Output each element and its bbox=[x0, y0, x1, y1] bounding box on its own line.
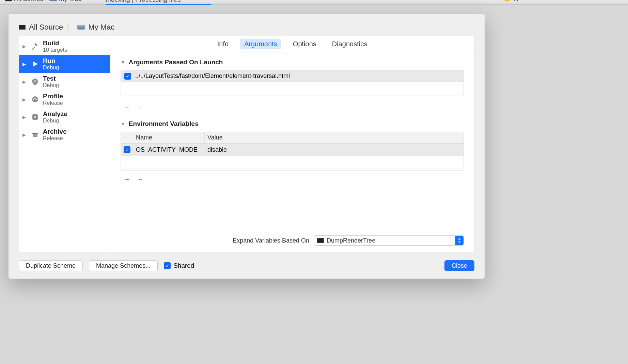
disclosure-triangle-icon[interactable]: ▶ bbox=[22, 44, 27, 49]
scheme-run-panel: Info Arguments Options Diagnostics ▼ Arg… bbox=[110, 36, 474, 252]
toolbar-issues[interactable]: 46 bbox=[504, 0, 519, 2]
svg-rect-6 bbox=[34, 135, 36, 135]
argument-row-empty[interactable] bbox=[121, 82, 464, 96]
svg-point-2 bbox=[32, 96, 38, 102]
disclosure-triangle-icon[interactable]: ▶ bbox=[22, 79, 27, 84]
chevron-up-down-icon bbox=[455, 236, 464, 245]
disclosure-triangle-icon[interactable]: ▶ bbox=[22, 132, 27, 137]
arguments-section-title: Arguments Passed On Launch bbox=[129, 59, 223, 66]
terminal-icon bbox=[5, 0, 12, 1]
disclosure-triangle-icon[interactable]: ▼ bbox=[121, 121, 125, 127]
disclosure-triangle-icon[interactable]: ▶ bbox=[22, 62, 27, 67]
sidebar-item-build[interactable]: ▶ Build 10 targets bbox=[19, 37, 110, 55]
sidebar-run-title: Run bbox=[43, 57, 59, 65]
sidebar-run-sub: Debug bbox=[43, 65, 59, 71]
toolbar-dest-label: My Mac bbox=[59, 0, 82, 3]
tab-diagnostics[interactable]: Diagnostics bbox=[328, 39, 371, 49]
environment-row-empty[interactable] bbox=[121, 156, 464, 168]
sidebar-item-test[interactable]: ▶ Test Debug bbox=[19, 73, 110, 90]
environment-section-title: Environment Variables bbox=[129, 120, 199, 128]
section-arguments: ▼ Arguments Passed On Launch ✓ ../../Lay… bbox=[110, 52, 474, 114]
scheme-phase-sidebar: ▶ Build 10 targets ▶ Run Debug ▶ bbox=[19, 36, 110, 252]
manage-schemes-button[interactable]: Manage Schemes... bbox=[89, 260, 158, 271]
disclosure-triangle-icon[interactable]: ▶ bbox=[22, 97, 27, 102]
environment-table[interactable]: Name Value ✓ OS_ACTIVITY_MODE disable bbox=[121, 132, 464, 168]
sidebar-test-title: Test bbox=[43, 75, 59, 82]
mac-icon bbox=[49, 0, 57, 1]
sidebar-archive-title: Archive bbox=[43, 128, 67, 135]
arguments-list[interactable]: ✓ ../../LayoutTests/fast/dom/Element/ele… bbox=[121, 70, 464, 96]
sidebar-profile-sub: Release bbox=[43, 100, 63, 106]
environment-header: Name Value bbox=[121, 132, 464, 144]
sidebar-build-title: Build bbox=[43, 39, 67, 47]
env-value-header[interactable]: Value bbox=[205, 132, 464, 143]
breadcrumb-dest[interactable]: My Mac bbox=[88, 23, 114, 32]
toolbar-scheme-selector[interactable]: All Source / My Mac bbox=[5, 0, 81, 3]
chevron-right-icon: 〉 bbox=[66, 22, 74, 32]
svg-rect-4 bbox=[32, 133, 38, 134]
argument-value[interactable]: ../../LayoutTests/fast/dom/Element/eleme… bbox=[135, 72, 290, 80]
sidebar-item-profile[interactable]: ▶ Profile Release bbox=[19, 90, 110, 108]
test-icon bbox=[31, 77, 40, 86]
add-argument-button[interactable]: ＋ bbox=[123, 102, 131, 112]
breadcrumb: All Source 〉 My Mac bbox=[9, 14, 485, 36]
sidebar-item-run[interactable]: ▶ Run Debug bbox=[19, 55, 110, 73]
shared-checkbox[interactable]: ✓ bbox=[164, 262, 171, 269]
activity-progress bbox=[106, 4, 211, 5]
environment-add-remove: ＋ － bbox=[121, 172, 464, 184]
sidebar-analyze-sub: Debug bbox=[43, 118, 67, 124]
archive-icon bbox=[31, 130, 40, 139]
scheme-editor-sheet: All Source 〉 My Mac ▶ Build 10 targets ▶… bbox=[8, 14, 485, 279]
arguments-add-remove: ＋ － bbox=[121, 100, 464, 112]
env-enabled-checkbox[interactable]: ✓ bbox=[124, 146, 130, 153]
play-icon bbox=[31, 60, 40, 68]
argument-row[interactable]: ✓ ../../LayoutTests/fast/dom/Element/ele… bbox=[121, 70, 464, 82]
sidebar-archive-sub: Release bbox=[43, 135, 67, 142]
expand-variables-row: Expand Variables Based On DumpRenderTree bbox=[110, 231, 474, 252]
tab-arguments[interactable]: Arguments bbox=[240, 39, 281, 49]
tab-options[interactable]: Options bbox=[289, 39, 320, 49]
run-tabs: Info Arguments Options Diagnostics bbox=[110, 36, 474, 52]
disclosure-triangle-icon[interactable]: ▼ bbox=[121, 60, 125, 65]
add-env-button[interactable]: ＋ bbox=[123, 174, 131, 184]
shared-checkbox-group[interactable]: ✓ Shared bbox=[164, 262, 194, 269]
analyze-icon bbox=[31, 113, 40, 121]
sidebar-profile-title: Profile bbox=[43, 93, 63, 100]
activity-text: Indexing | Processing files bbox=[106, 0, 180, 3]
toolbar-scheme-label: All Source bbox=[14, 0, 44, 3]
sidebar-test-sub: Debug bbox=[43, 82, 59, 88]
terminal-icon bbox=[19, 25, 26, 30]
tab-info[interactable]: Info bbox=[213, 39, 233, 49]
env-name-header[interactable]: Name bbox=[133, 132, 205, 143]
sidebar-item-archive[interactable]: ▶ Archive Release bbox=[19, 126, 110, 144]
terminal-icon bbox=[317, 238, 324, 243]
sidebar-build-sub: 10 targets bbox=[43, 47, 67, 53]
argument-enabled-checkbox[interactable]: ✓ bbox=[124, 73, 131, 80]
duplicate-scheme-button[interactable]: Duplicate Scheme bbox=[19, 260, 83, 271]
toolbar-activity: Indexing | Processing files bbox=[106, 0, 276, 4]
section-environment: ▼ Environment Variables Name Value ✓ OS_… bbox=[110, 114, 474, 186]
env-name[interactable]: OS_ACTIVITY_MODE bbox=[133, 146, 205, 153]
breadcrumb-scheme[interactable]: All Source bbox=[29, 23, 63, 32]
remove-argument-button[interactable]: － bbox=[137, 102, 144, 112]
expand-variables-select[interactable]: DumpRenderTree bbox=[314, 235, 464, 246]
shared-label: Shared bbox=[173, 262, 194, 269]
sidebar-item-analyze[interactable]: ▶ Analyze Debug bbox=[19, 108, 110, 126]
gauge-icon bbox=[31, 95, 40, 104]
mac-icon bbox=[77, 25, 85, 30]
disclosure-triangle-icon[interactable]: ▶ bbox=[22, 115, 27, 120]
remove-env-button[interactable]: － bbox=[137, 174, 144, 184]
xcode-toolbar: All Source / My Mac Indexing | Processin… bbox=[0, 0, 628, 5]
svg-rect-5 bbox=[33, 134, 37, 137]
warning-icon bbox=[504, 0, 510, 2]
expand-variables-label: Expand Variables Based On bbox=[233, 237, 309, 244]
expand-variables-selected: DumpRenderTree bbox=[327, 237, 375, 244]
sidebar-analyze-title: Analyze bbox=[43, 110, 67, 118]
close-button[interactable]: Close bbox=[444, 260, 474, 271]
warning-count: 46 bbox=[512, 0, 519, 2]
separator: / bbox=[46, 0, 47, 3]
hammer-icon bbox=[31, 42, 40, 51]
environment-row[interactable]: ✓ OS_ACTIVITY_MODE disable bbox=[121, 144, 464, 156]
env-value[interactable]: disable bbox=[205, 146, 464, 153]
sheet-footer: Duplicate Scheme Manage Schemes... ✓ Sha… bbox=[9, 257, 485, 279]
